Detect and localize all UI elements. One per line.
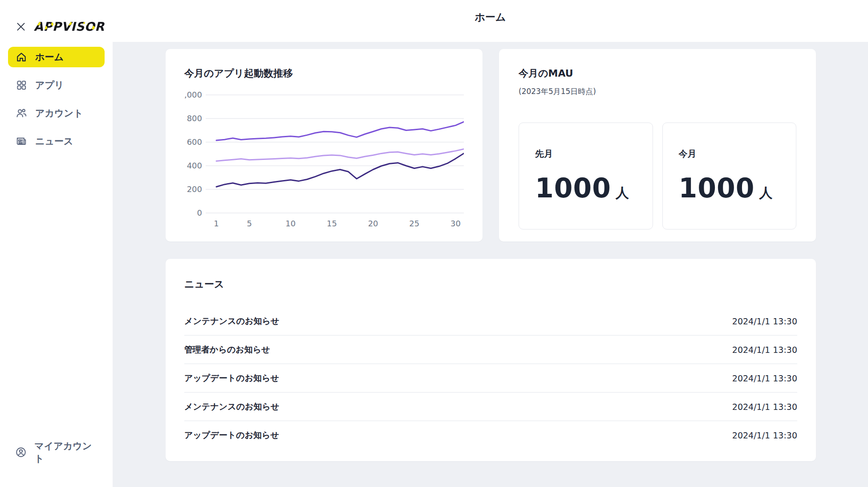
- svg-text:800: 800: [187, 114, 202, 123]
- svg-text:200: 200: [187, 184, 202, 194]
- sidebar-item-label: ニュース: [35, 135, 73, 147]
- news-row-title: アップデートのお知らせ: [184, 430, 279, 441]
- page-title: ホーム: [475, 10, 506, 32]
- launch-trend-chart: 02004006008001,000151015202530: [184, 90, 464, 239]
- svg-text:5: 5: [247, 219, 251, 228]
- stat-label: 先月: [535, 148, 653, 160]
- svg-text:0: 0: [197, 208, 202, 217]
- chart-series-light: [216, 149, 464, 161]
- news-card: ニュース メンテナンスのお知らせ2024/1/1 13:30管理者からのお知らせ…: [166, 259, 816, 461]
- appvisor-logo[interactable]: APPVISOR: [34, 20, 105, 33]
- stat-value: 1000: [679, 172, 755, 204]
- news-row-timestamp: 2024/1/1 13:30: [732, 345, 797, 355]
- stat-value: 1000: [535, 172, 611, 204]
- stat-box-this-month: 今月 1000 人: [662, 123, 797, 229]
- stat-unit: 人: [616, 184, 629, 202]
- sidebar-item-news[interactable]: ニュース: [8, 131, 105, 151]
- mau-card: 今月のMAU (2023年5月15日時点) 先月 1000 人 今月 1000: [499, 49, 816, 241]
- home-icon: [15, 51, 28, 63]
- svg-text:600: 600: [187, 137, 202, 147]
- sidebar-item-accounts[interactable]: アカウント: [8, 103, 105, 123]
- svg-text:15: 15: [327, 219, 337, 228]
- svg-text:10: 10: [285, 219, 296, 228]
- stat-box-last-month: 先月 1000 人: [519, 123, 653, 229]
- news-row[interactable]: メンテナンスのお知らせ2024/1/1 13:30: [184, 393, 797, 421]
- news-row-title: 管理者からのお知らせ: [184, 344, 270, 356]
- svg-text:400: 400: [187, 161, 202, 170]
- svg-text:1,000: 1,000: [184, 90, 202, 99]
- sidebar-item-label: マイアカウント: [34, 440, 97, 465]
- close-icon[interactable]: [14, 20, 28, 33]
- user-circle-icon: [15, 446, 27, 458]
- news-row-timestamp: 2024/1/1 13:30: [732, 316, 797, 326]
- news-row-title: メンテナンスのお知らせ: [184, 401, 279, 413]
- users-icon: [15, 107, 28, 119]
- svg-text:1: 1: [214, 219, 219, 228]
- sidebar: APPVISOR ホーム アプリ: [0, 0, 113, 487]
- sidebar-item-apps[interactable]: アプリ: [8, 75, 105, 95]
- svg-text:25: 25: [409, 219, 419, 228]
- mau-card-title: 今月のMAU: [519, 67, 796, 80]
- top-header: ホーム: [113, 0, 868, 42]
- sidebar-header: APPVISOR: [0, 20, 113, 33]
- news-row-title: メンテナンスのお知らせ: [184, 315, 279, 327]
- stat-label: 今月: [679, 148, 796, 160]
- apps-icon: [15, 79, 28, 91]
- stat-unit: 人: [759, 184, 773, 202]
- sidebar-item-label: ホーム: [35, 51, 64, 63]
- news-row-timestamp: 2024/1/1 13:30: [732, 373, 797, 383]
- mau-card-subtitle: (2023年5月15日時点): [519, 86, 796, 97]
- app-launch-chart-card: 今月のアプリ起動数推移 02004006008001,0001510152025…: [166, 49, 483, 241]
- svg-text:20: 20: [368, 219, 378, 228]
- news-card-title: ニュース: [184, 278, 797, 291]
- sidebar-item-my-account[interactable]: マイアカウント: [8, 442, 105, 462]
- sidebar-item-label: アカウント: [35, 107, 83, 119]
- news-row[interactable]: アップデートのお知らせ2024/1/1 13:30: [184, 364, 797, 393]
- news-icon: [15, 135, 28, 147]
- news-row[interactable]: アップデートのお知らせ2024/1/1 13:30: [184, 421, 797, 450]
- news-row[interactable]: メンテナンスのお知らせ2024/1/1 13:30: [184, 307, 797, 336]
- chart-series-dark: [216, 153, 464, 187]
- chart-card-title: 今月のアプリ起動数推移: [184, 67, 464, 80]
- news-row-title: アップデートのお知らせ: [184, 372, 279, 384]
- chart-series-medium: [216, 122, 464, 140]
- news-row-timestamp: 2024/1/1 13:30: [732, 402, 797, 412]
- sidebar-menu: ホーム アプリ アカウント: [0, 47, 113, 151]
- news-row[interactable]: 管理者からのお知らせ2024/1/1 13:30: [184, 336, 797, 364]
- news-row-timestamp: 2024/1/1 13:30: [732, 430, 797, 440]
- sidebar-item-label: アプリ: [35, 79, 64, 91]
- sidebar-item-home[interactable]: ホーム: [8, 47, 105, 67]
- svg-text:30: 30: [450, 219, 461, 228]
- news-list: メンテナンスのお知らせ2024/1/1 13:30管理者からのお知らせ2024/…: [184, 307, 797, 450]
- main-content: 今月のアプリ起動数推移 02004006008001,0001510152025…: [113, 42, 868, 487]
